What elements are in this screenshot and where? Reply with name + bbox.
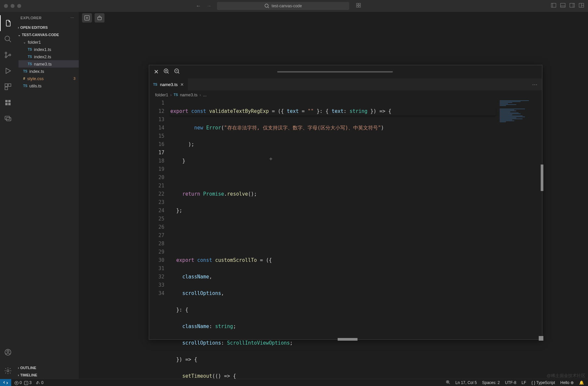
search-icon bbox=[264, 3, 270, 9]
ts-icon: TS bbox=[28, 48, 32, 51]
nav-back-icon[interactable]: ← bbox=[196, 3, 201, 9]
search-text: test-canvas-code bbox=[272, 4, 302, 8]
zoom-in-icon[interactable] bbox=[163, 68, 169, 75]
project-section[interactable]: ⌄TEST-CANVAS-CODE bbox=[16, 31, 79, 38]
drag-handle[interactable] bbox=[277, 71, 393, 72]
svg-rect-23 bbox=[5, 100, 8, 102]
svg-point-33 bbox=[86, 17, 88, 19]
svg-rect-4 bbox=[357, 6, 358, 7]
grid-icon[interactable] bbox=[356, 3, 361, 9]
svg-point-17 bbox=[5, 52, 7, 54]
activity-grid-icon[interactable] bbox=[0, 95, 16, 111]
toggle-panel-icon[interactable] bbox=[560, 3, 566, 9]
minimize-window-icon[interactable] bbox=[11, 4, 15, 8]
activity-bar bbox=[0, 12, 16, 379]
file-utils[interactable]: TSutils.ts bbox=[19, 82, 79, 89]
status-encoding[interactable]: UTF-8 bbox=[505, 380, 516, 385]
svg-point-0 bbox=[265, 4, 268, 7]
svg-line-35 bbox=[168, 72, 169, 74]
svg-point-18 bbox=[5, 56, 7, 58]
ts-icon: TS bbox=[153, 83, 157, 86]
svg-point-41 bbox=[36, 383, 38, 384]
ts-icon: TS bbox=[174, 93, 178, 97]
svg-point-30 bbox=[7, 350, 9, 352]
svg-line-39 bbox=[178, 72, 180, 74]
svg-rect-10 bbox=[570, 3, 574, 7]
timeline-section[interactable]: ›TIMELINE bbox=[16, 371, 79, 379]
status-eol[interactable]: LF bbox=[522, 380, 526, 385]
activity-search-icon[interactable] bbox=[0, 31, 16, 47]
outline-section[interactable]: ›OUTLINE bbox=[16, 364, 79, 371]
tab-more-icon[interactable]: ⋯ bbox=[532, 78, 537, 90]
activity-source-control-icon[interactable] bbox=[0, 47, 16, 63]
file-index[interactable]: TSindex.ts bbox=[19, 68, 79, 75]
explorer-sidebar: EXPLORER ⋯ ›OPEN EDITORS ⌄TEST-CANVAS-CO… bbox=[16, 12, 79, 379]
svg-line-16 bbox=[9, 40, 11, 42]
ts-icon: TS bbox=[23, 70, 27, 73]
svg-rect-3 bbox=[359, 3, 360, 5]
svg-rect-24 bbox=[8, 100, 11, 102]
nav-forward-icon[interactable]: → bbox=[206, 3, 212, 9]
css-icon: # bbox=[23, 76, 25, 80]
minimap[interactable] bbox=[499, 99, 542, 339]
resize-handle-bottom[interactable] bbox=[338, 338, 357, 341]
svg-rect-5 bbox=[359, 6, 360, 7]
svg-rect-32 bbox=[85, 16, 89, 20]
status-hello[interactable]: Hello ⊕ bbox=[560, 380, 574, 385]
toggle-sidebar-icon[interactable] bbox=[551, 3, 556, 9]
target-icon[interactable] bbox=[82, 13, 92, 23]
basket-icon[interactable] bbox=[95, 13, 105, 23]
code-editor[interactable]: 1 12 13 14 15 16 17 18 19 20 21 22 23 24… bbox=[149, 99, 542, 339]
status-problems[interactable]: ✕ 0 ! 3 bbox=[15, 380, 31, 385]
resize-handle-corner[interactable] bbox=[539, 336, 543, 341]
file-style[interactable]: #style.css 3 bbox=[19, 75, 79, 82]
breadcrumb[interactable]: folder1 › TS name3.ts › ... bbox=[149, 90, 542, 99]
traffic-lights bbox=[4, 4, 21, 8]
close-icon[interactable]: ✕ bbox=[154, 68, 159, 75]
svg-rect-26 bbox=[8, 103, 11, 105]
status-ports[interactable]: 0 bbox=[36, 380, 43, 385]
explorer-more-icon[interactable]: ⋯ bbox=[70, 16, 74, 20]
zoom-out-icon[interactable] bbox=[174, 68, 180, 75]
line-gutter: 1 12 13 14 15 16 17 18 19 20 21 22 23 24… bbox=[149, 99, 170, 339]
svg-rect-27 bbox=[5, 116, 10, 120]
activity-debug-icon[interactable] bbox=[0, 63, 16, 79]
code-content[interactable]: export const validateTextByRegExp = ({ t… bbox=[170, 99, 542, 339]
explorer-title: EXPLORER bbox=[21, 16, 42, 20]
svg-rect-21 bbox=[8, 84, 11, 86]
open-editors-section[interactable]: ›OPEN EDITORS bbox=[16, 24, 79, 31]
toggle-secondary-icon[interactable] bbox=[569, 3, 575, 9]
ts-icon: TS bbox=[28, 62, 32, 66]
close-window-icon[interactable] bbox=[4, 4, 8, 8]
modified-count: 3 bbox=[73, 76, 75, 80]
svg-rect-22 bbox=[5, 87, 8, 90]
folder-folder1[interactable]: ⌄folder1 bbox=[19, 38, 79, 46]
activity-explorer-icon[interactable] bbox=[0, 15, 16, 31]
canvas-panel: ✕ TS name3.ts ✕ ⋯ folder1 › TS name3.ts … bbox=[149, 65, 542, 340]
command-center[interactable]: test-canvas-code bbox=[217, 2, 349, 10]
activity-comments-icon[interactable] bbox=[0, 111, 16, 126]
status-language[interactable]: { } TypeScript bbox=[531, 380, 555, 385]
activity-settings-icon[interactable] bbox=[0, 363, 16, 379]
svg-rect-20 bbox=[5, 84, 8, 86]
svg-point-15 bbox=[5, 36, 10, 41]
resize-handle-right[interactable] bbox=[541, 165, 543, 191]
tab-name3[interactable]: TS name3.ts ✕ bbox=[149, 78, 188, 90]
cursor-icon: ✛ bbox=[270, 155, 272, 163]
title-bar: ← → test-canvas-code bbox=[0, 0, 588, 12]
file-name3[interactable]: TSname3.ts bbox=[19, 60, 79, 68]
maximize-window-icon[interactable] bbox=[17, 4, 21, 8]
file-index2[interactable]: TSindex2.ts bbox=[19, 53, 79, 60]
file-index1[interactable]: TSindex1.ts bbox=[19, 46, 79, 53]
svg-rect-2 bbox=[357, 3, 358, 5]
status-bell-icon[interactable]: 🔔 bbox=[579, 380, 584, 385]
activity-extensions-icon[interactable] bbox=[0, 79, 16, 95]
tab-close-icon[interactable]: ✕ bbox=[180, 82, 184, 87]
activity-account-icon[interactable] bbox=[0, 344, 16, 360]
svg-point-19 bbox=[9, 54, 11, 56]
customize-layout-icon[interactable] bbox=[579, 3, 584, 9]
ts-icon: TS bbox=[28, 55, 32, 59]
watermark: @稀土掘金技术社区 bbox=[547, 373, 585, 379]
remote-indicator[interactable] bbox=[0, 379, 11, 386]
svg-point-31 bbox=[7, 370, 9, 372]
